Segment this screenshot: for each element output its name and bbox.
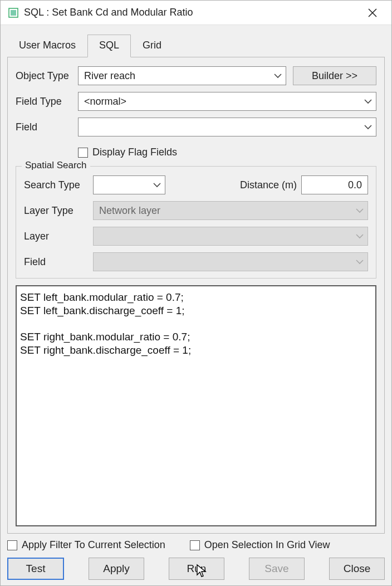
layer-type-value: Network layer [99,205,160,217]
spatial-field-label: Field [24,256,93,268]
object-type-value: River reach [84,70,135,82]
apply-filter-checkbox[interactable] [7,540,17,550]
field-type-value: <normal> [84,96,126,108]
test-button[interactable]: Test [7,558,64,580]
open-grid-row: Open Selection In Grid View [190,539,330,551]
display-flag-checkbox[interactable] [78,148,88,158]
layer-type-label: Layer Type [24,205,93,217]
window-title: SQL : Set Bank Cd and Modular Ratio [24,7,193,18]
spatial-field-select [93,252,368,271]
client-area: User Macros SQL Grid Object Type River r… [1,25,391,585]
app-icon [8,8,18,18]
save-button: Save [249,558,305,580]
distance-label: Distance (m) [240,179,297,191]
layer-type-select: Network layer [93,201,368,220]
tab-body-sql: Object Type River reach Builder >> Field… [7,57,385,534]
tab-user-macros[interactable]: User Macros [7,35,87,57]
tabstrip: User Macros SQL Grid [7,34,385,57]
spatial-search-group: Spatial Search Search Type Distance (m) … [16,166,376,279]
field-label: Field [16,121,78,133]
distance-row: Distance (m) [240,175,368,194]
layer-select [93,227,368,246]
object-type-label: Object Type [16,70,78,82]
field-type-select[interactable]: <normal> [78,92,376,111]
bottom-checks: Apply Filter To Current Selection Open S… [7,534,385,556]
open-grid-label: Open Selection In Grid View [204,539,330,551]
close-icon[interactable] [361,2,384,24]
search-type-select[interactable] [93,175,165,194]
tab-grid[interactable]: Grid [131,35,173,57]
search-type-label: Search Type [24,179,93,191]
distance-input[interactable] [301,175,368,194]
builder-button[interactable]: Builder >> [293,66,376,85]
apply-filter-row: Apply Filter To Current Selection [7,539,165,551]
footer-buttons: Test Apply Run Save Close [7,556,385,580]
sql-dialog: SQL : Set Bank Cd and Modular Ratio User… [0,0,392,586]
tab-sql[interactable]: SQL [87,35,131,57]
apply-button[interactable]: Apply [89,558,144,580]
close-button[interactable]: Close [329,558,385,580]
run-button[interactable]: Run [169,558,224,580]
object-type-select[interactable]: River reach [78,66,286,85]
titlebar: SQL : Set Bank Cd and Modular Ratio [1,1,391,25]
display-flag-label: Display Flag Fields [92,146,177,158]
apply-filter-label: Apply Filter To Current Selection [22,539,165,551]
spatial-search-legend: Spatial Search [22,160,90,171]
field-select[interactable] [78,118,376,136]
open-grid-checkbox[interactable] [190,540,200,550]
layer-label: Layer [24,231,93,242]
field-type-label: Field Type [16,96,78,108]
display-flag-checkbox-row: Display Flag Fields [78,146,376,158]
svg-rect-1 [11,10,16,16]
sql-editor[interactable]: SET left_bank.modular_ratio = 0.7; SET l… [16,285,376,526]
